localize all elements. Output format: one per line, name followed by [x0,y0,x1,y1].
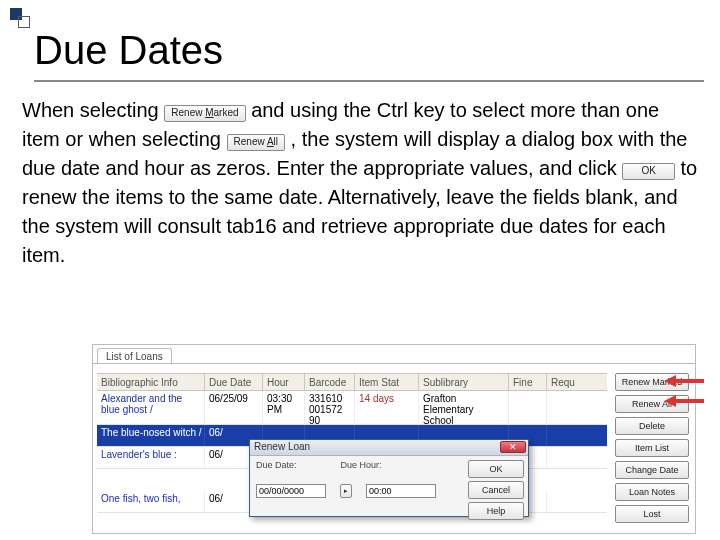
renew-all-button[interactable]: Renew All [615,395,689,413]
item-list-button[interactable]: Item List [615,439,689,457]
dialog-buttons: OK Cancel Help [464,456,528,516]
cancel-button[interactable]: Cancel [468,481,524,499]
title-rule [34,80,704,82]
action-button-column: Renew Marked Renew All Delete Item List … [615,373,689,523]
ok-button-inline: OK [622,163,674,180]
help-button[interactable]: Help [468,502,524,520]
close-icon[interactable]: ✕ [500,441,526,453]
col-fine: Fine [509,374,547,390]
slide-marker [10,8,38,28]
col-sublibrary: Sublibrary [419,374,509,390]
col-barcode: Barcode [305,374,355,390]
col-hour: Hour [263,374,305,390]
due-hour-input[interactable] [366,484,436,498]
renew-marked-button-inline: Renew Marked [164,105,245,122]
change-date-button[interactable]: Change Date [615,461,689,479]
table-row[interactable]: Alexander and the blue ghost / 06/25/09 … [97,391,607,425]
ok-button[interactable]: OK [468,460,524,478]
col-requests: Requ [547,374,597,390]
due-date-label: Due Date: [256,460,297,470]
renew-all-button-inline: Renew All [227,134,285,151]
table-header: Bibliographic Info Due Date Hour Barcode… [97,373,607,391]
due-hour-label: Due Hour: [341,460,382,470]
col-due-date: Due Date [205,374,263,390]
dialog-titlebar: Renew Loan ✕ [250,440,528,456]
due-date-input[interactable] [256,484,326,498]
loan-notes-button[interactable]: Loan Notes [615,483,689,501]
col-bibliographic: Bibliographic Info [97,374,205,390]
col-item-status: Item Stat [355,374,419,390]
delete-button[interactable]: Delete [615,417,689,435]
date-picker-icon[interactable]: ▸ [340,484,352,498]
lost-button[interactable]: Lost [615,505,689,523]
body-paragraph: When selecting Renew Marked and using th… [22,96,698,270]
dialog-title: Renew Loan [254,441,310,452]
text: When selecting [22,99,164,121]
page-title: Due Dates [34,28,223,73]
renew-loan-dialog: Renew Loan ✕ Due Date: Due Hour: ▸ OK Ca… [249,439,529,517]
dialog-fields: Due Date: Due Hour: ▸ [250,456,464,516]
tab-list-of-loans[interactable]: List of Loans [97,348,172,364]
loans-screenshot: List of Loans Bibliographic Info Due Dat… [92,344,696,534]
tab-underline [93,363,695,364]
